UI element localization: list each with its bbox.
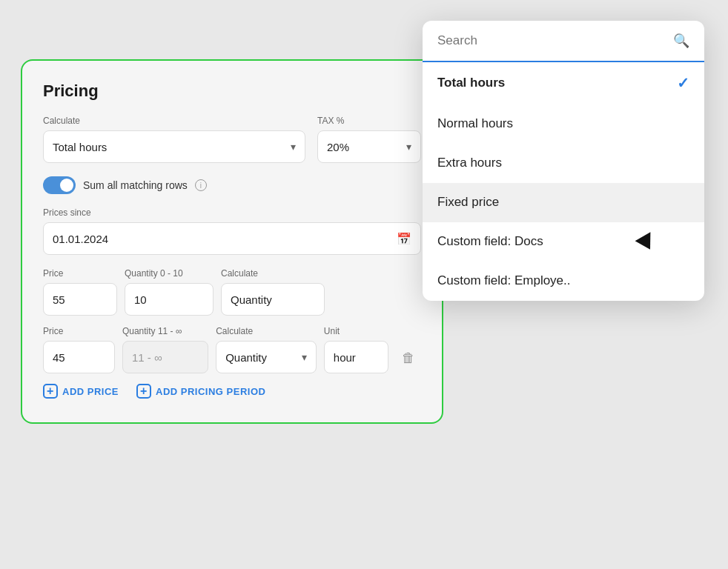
add-pricing-period-label: ADD PRICING PERIOD	[156, 386, 265, 397]
dropdown-panel: 🔍 Total hours ✓ Normal hours Extra hours…	[423, 21, 704, 301]
dropdown-item-label: Normal hours	[437, 116, 513, 131]
calendar-icon: 📅	[397, 232, 411, 246]
toggle-row: Sum all matching rows i	[43, 176, 421, 194]
calc2-arrow-icon: ▾	[302, 351, 307, 363]
tax-label: TAX %	[317, 116, 421, 126]
prices-since-input[interactable]: 01.01.2024 📅	[43, 222, 421, 255]
tax-value: 20%	[327, 141, 406, 153]
price2-input[interactable]: 45	[43, 341, 115, 373]
pricing-title: Pricing	[43, 81, 421, 101]
price-row-1: Price 55 Quantity 0 - 10 10 Calculate Qu…	[43, 268, 421, 316]
qty1-label: Quantity 0 - 10	[125, 268, 214, 279]
dropdown-item-label: Custom field: Employe..	[437, 273, 571, 288]
calc1-label: Calculate	[221, 268, 325, 279]
dropdown-item-normal-hours[interactable]: Normal hours	[423, 104, 704, 144]
price1-value: 55	[53, 293, 65, 306]
pricing-card: Pricing Calculate Total hours ▾ TAX % 20…	[21, 59, 443, 424]
qty2-group: Quantity 11 - ∞ 11 - ∞	[122, 326, 208, 373]
qty1-input[interactable]: 10	[125, 283, 214, 316]
delete-row-button[interactable]: 🗑	[396, 345, 421, 372]
add-price-label: ADD PRICE	[62, 386, 119, 397]
price1-label: Price	[43, 268, 117, 279]
price1-input[interactable]: 55	[43, 283, 117, 316]
calc2-select[interactable]: Quantity ▾	[216, 341, 317, 373]
calculate-select[interactable]: Total hours ▾	[43, 130, 305, 163]
dropdown-search-area: 🔍	[423, 21, 704, 62]
dropdown-item-label: Extra hours	[437, 156, 502, 170]
dropdown-item-fixed-price[interactable]: Fixed price	[423, 183, 704, 222]
calculate-label: Calculate	[43, 116, 305, 126]
prices-since-label: Prices since	[43, 207, 421, 218]
dropdown-item-custom-employee[interactable]: Custom field: Employe..	[423, 262, 704, 301]
unit2-value: hour	[334, 351, 356, 364]
action-buttons: + ADD PRICE + ADD PRICING PERIOD	[43, 384, 421, 399]
prices-since-group: Prices since 01.01.2024 📅	[43, 207, 421, 255]
unit2-label: Unit	[324, 326, 388, 336]
price2-value: 45	[53, 351, 65, 364]
tax-group: TAX % 20% ▾	[317, 116, 421, 163]
price1-group: Price 55	[43, 268, 117, 316]
qty1-group: Quantity 0 - 10 10	[125, 268, 214, 316]
prices-since-value: 01.01.2024	[53, 233, 397, 245]
unit2-group: Unit hour	[324, 326, 388, 373]
calculate-group: Calculate Total hours ▾	[43, 116, 305, 163]
calc2-label: Calculate	[216, 326, 317, 336]
search-icon: 🔍	[673, 33, 689, 49]
calc1-value: Quantity	[231, 293, 315, 306]
calculate-arrow-icon: ▾	[291, 141, 296, 153]
delete-row-group: 🗑	[396, 345, 421, 373]
add-pricing-period-button[interactable]: + ADD PRICING PERIOD	[136, 384, 265, 399]
tax-arrow-icon: ▾	[406, 141, 411, 153]
tax-select[interactable]: 20% ▾	[317, 130, 421, 163]
dropdown-item-custom-docs[interactable]: Custom field: Docs	[423, 222, 704, 262]
search-input[interactable]	[437, 33, 666, 48]
dropdown-item-total-hours[interactable]: Total hours ✓	[423, 62, 704, 104]
calc1-group: Calculate Quantity	[221, 268, 325, 316]
calc2-value: Quantity	[225, 351, 302, 364]
calculate-value: Total hours	[53, 141, 291, 153]
dropdown-item-label: Fixed price	[437, 195, 499, 210]
dropdown-item-extra-hours[interactable]: Extra hours	[423, 144, 704, 183]
qty2-value: 11 - ∞	[132, 351, 162, 364]
price2-group: Price 45	[43, 326, 115, 373]
add-pricing-period-icon: +	[136, 384, 151, 399]
qty1-value: 10	[134, 293, 147, 306]
calc2-group: Calculate Quantity ▾	[216, 326, 317, 373]
sum-rows-toggle[interactable]	[43, 176, 76, 194]
price-row-2: Price 45 Quantity 11 - ∞ 11 - ∞ Calculat…	[43, 326, 421, 373]
calculate-tax-row: Calculate Total hours ▾ TAX % 20% ▾	[43, 116, 421, 163]
add-price-icon: +	[43, 384, 58, 399]
unit2-input[interactable]: hour	[324, 341, 388, 373]
add-price-button[interactable]: + ADD PRICE	[43, 384, 119, 399]
toggle-label: Sum all matching rows	[83, 179, 188, 191]
qty2-label: Quantity 11 - ∞	[122, 326, 208, 336]
info-icon[interactable]: i	[195, 179, 207, 191]
dropdown-item-label: Custom field: Docs	[437, 234, 543, 249]
dropdown-item-label: Total hours	[437, 76, 505, 90]
calc1-select[interactable]: Quantity	[221, 283, 325, 316]
qty2-input: 11 - ∞	[122, 341, 208, 373]
price2-label: Price	[43, 326, 115, 336]
checkmark-icon: ✓	[677, 74, 689, 92]
